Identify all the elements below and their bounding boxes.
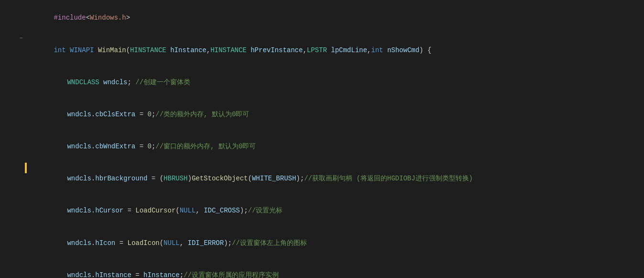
code-line: wndcls.hInstance = hInstance;//设置窗体所属的应用… [0, 259, 644, 278]
code-line: wndcls.cbWndExtra = 0;//窗口的额外内存, 默认为0即可 [0, 131, 644, 163]
code-line: #include<Windows.h> [0, 2, 644, 34]
code-line: WNDCLASS wndcls; //创建一个窗体类 [0, 66, 644, 98]
code-content: wndcls.hInstance = hInstance;//设置窗体所属的应用… [28, 259, 644, 278]
code-line: wndcls.cbClsExtra = 0;//类的额外内存, 默认为0即可 [0, 99, 644, 131]
fold-icon: − [17, 34, 25, 43]
code-editor: #include<Windows.h> − int WINAPI WinMain… [0, 0, 644, 278]
code-line: wndcls.hIcon = LoadIcon(NULL, IDI_ERROR)… [0, 227, 644, 259]
code-content: wndcls.hbrBackground = (HBRUSH)GetStockO… [28, 163, 644, 195]
code-line: wndcls.hCursor = LoadCursor(NULL, IDC_CR… [0, 195, 644, 227]
code-content: wndcls.hIcon = LoadIcon(NULL, IDI_ERROR)… [28, 227, 644, 259]
code-content: wndcls.cbWndExtra = 0;//窗口的额外内存, 默认为0即可 [28, 131, 644, 163]
code-line: wndcls.hbrBackground = (HBRUSH)GetStockO… [0, 163, 644, 195]
code-content: wndcls.cbClsExtra = 0;//类的额外内存, 默认为0即可 [28, 99, 644, 131]
code-line: − int WINAPI WinMain(HINSTANCE hInstance… [0, 34, 644, 66]
code-content: WNDCLASS wndcls; //创建一个窗体类 [28, 66, 644, 98]
code-content: int WINAPI WinMain(HINSTANCE hInstance,H… [28, 34, 644, 66]
code-content: #include<Windows.h> [28, 2, 644, 34]
code-content: wndcls.hCursor = LoadCursor(NULL, IDC_CR… [28, 195, 644, 227]
